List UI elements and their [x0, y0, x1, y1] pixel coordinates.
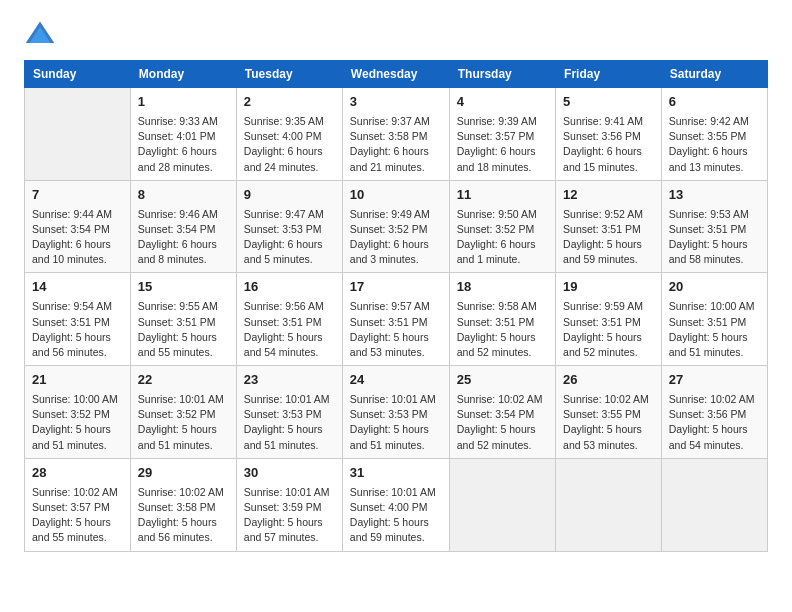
calendar-cell: 14Sunrise: 9:54 AM Sunset: 3:51 PM Dayli… [25, 273, 131, 366]
calendar-header-row: SundayMondayTuesdayWednesdayThursdayFrid… [25, 61, 768, 88]
day-number: 13 [669, 186, 760, 205]
calendar-cell: 13Sunrise: 9:53 AM Sunset: 3:51 PM Dayli… [661, 180, 767, 273]
day-info: Sunrise: 10:02 AM Sunset: 3:55 PM Daylig… [563, 392, 654, 453]
calendar-cell: 26Sunrise: 10:02 AM Sunset: 3:55 PM Dayl… [556, 366, 662, 459]
day-number: 3 [350, 93, 442, 112]
calendar-cell: 20Sunrise: 10:00 AM Sunset: 3:51 PM Dayl… [661, 273, 767, 366]
day-number: 1 [138, 93, 229, 112]
calendar-cell: 9Sunrise: 9:47 AM Sunset: 3:53 PM Daylig… [236, 180, 342, 273]
day-info: Sunrise: 9:58 AM Sunset: 3:51 PM Dayligh… [457, 299, 548, 360]
calendar-cell [556, 458, 662, 551]
day-number: 26 [563, 371, 654, 390]
day-number: 17 [350, 278, 442, 297]
calendar-week-row: 28Sunrise: 10:02 AM Sunset: 3:57 PM Dayl… [25, 458, 768, 551]
day-number: 4 [457, 93, 548, 112]
day-number: 5 [563, 93, 654, 112]
calendar-cell: 18Sunrise: 9:58 AM Sunset: 3:51 PM Dayli… [449, 273, 555, 366]
day-info: Sunrise: 9:50 AM Sunset: 3:52 PM Dayligh… [457, 207, 548, 268]
day-number: 30 [244, 464, 335, 483]
day-info: Sunrise: 10:01 AM Sunset: 3:53 PM Daylig… [244, 392, 335, 453]
day-number: 24 [350, 371, 442, 390]
col-header-wednesday: Wednesday [342, 61, 449, 88]
calendar-cell [25, 88, 131, 181]
day-info: Sunrise: 10:02 AM Sunset: 3:56 PM Daylig… [669, 392, 760, 453]
calendar-cell: 24Sunrise: 10:01 AM Sunset: 3:53 PM Dayl… [342, 366, 449, 459]
calendar-cell: 28Sunrise: 10:02 AM Sunset: 3:57 PM Dayl… [25, 458, 131, 551]
page: SundayMondayTuesdayWednesdayThursdayFrid… [0, 0, 792, 570]
day-number: 23 [244, 371, 335, 390]
calendar-cell: 7Sunrise: 9:44 AM Sunset: 3:54 PM Daylig… [25, 180, 131, 273]
day-info: Sunrise: 10:02 AM Sunset: 3:54 PM Daylig… [457, 392, 548, 453]
day-number: 18 [457, 278, 548, 297]
calendar-cell: 25Sunrise: 10:02 AM Sunset: 3:54 PM Dayl… [449, 366, 555, 459]
day-number: 15 [138, 278, 229, 297]
day-info: Sunrise: 9:37 AM Sunset: 3:58 PM Dayligh… [350, 114, 442, 175]
day-info: Sunrise: 10:01 AM Sunset: 4:00 PM Daylig… [350, 485, 442, 546]
day-number: 20 [669, 278, 760, 297]
calendar-week-row: 7Sunrise: 9:44 AM Sunset: 3:54 PM Daylig… [25, 180, 768, 273]
logo-icon [24, 18, 56, 50]
day-number: 8 [138, 186, 229, 205]
day-info: Sunrise: 9:55 AM Sunset: 3:51 PM Dayligh… [138, 299, 229, 360]
day-info: Sunrise: 9:44 AM Sunset: 3:54 PM Dayligh… [32, 207, 123, 268]
calendar-cell: 4Sunrise: 9:39 AM Sunset: 3:57 PM Daylig… [449, 88, 555, 181]
day-number: 14 [32, 278, 123, 297]
calendar-cell: 30Sunrise: 10:01 AM Sunset: 3:59 PM Dayl… [236, 458, 342, 551]
day-number: 7 [32, 186, 123, 205]
col-header-thursday: Thursday [449, 61, 555, 88]
day-info: Sunrise: 9:52 AM Sunset: 3:51 PM Dayligh… [563, 207, 654, 268]
day-number: 31 [350, 464, 442, 483]
calendar-cell: 12Sunrise: 9:52 AM Sunset: 3:51 PM Dayli… [556, 180, 662, 273]
calendar-cell: 10Sunrise: 9:49 AM Sunset: 3:52 PM Dayli… [342, 180, 449, 273]
day-number: 28 [32, 464, 123, 483]
day-info: Sunrise: 9:35 AM Sunset: 4:00 PM Dayligh… [244, 114, 335, 175]
day-number: 21 [32, 371, 123, 390]
day-info: Sunrise: 9:57 AM Sunset: 3:51 PM Dayligh… [350, 299, 442, 360]
logo [24, 18, 60, 50]
day-info: Sunrise: 10:00 AM Sunset: 3:51 PM Daylig… [669, 299, 760, 360]
calendar-cell: 19Sunrise: 9:59 AM Sunset: 3:51 PM Dayli… [556, 273, 662, 366]
day-info: Sunrise: 9:54 AM Sunset: 3:51 PM Dayligh… [32, 299, 123, 360]
day-number: 27 [669, 371, 760, 390]
calendar-week-row: 14Sunrise: 9:54 AM Sunset: 3:51 PM Dayli… [25, 273, 768, 366]
calendar-cell: 1Sunrise: 9:33 AM Sunset: 4:01 PM Daylig… [130, 88, 236, 181]
calendar-cell: 11Sunrise: 9:50 AM Sunset: 3:52 PM Dayli… [449, 180, 555, 273]
header [24, 18, 768, 50]
day-info: Sunrise: 10:01 AM Sunset: 3:59 PM Daylig… [244, 485, 335, 546]
calendar-cell: 2Sunrise: 9:35 AM Sunset: 4:00 PM Daylig… [236, 88, 342, 181]
day-info: Sunrise: 10:01 AM Sunset: 3:52 PM Daylig… [138, 392, 229, 453]
calendar-cell: 23Sunrise: 10:01 AM Sunset: 3:53 PM Dayl… [236, 366, 342, 459]
day-info: Sunrise: 9:46 AM Sunset: 3:54 PM Dayligh… [138, 207, 229, 268]
day-info: Sunrise: 9:39 AM Sunset: 3:57 PM Dayligh… [457, 114, 548, 175]
calendar-cell: 6Sunrise: 9:42 AM Sunset: 3:55 PM Daylig… [661, 88, 767, 181]
day-number: 12 [563, 186, 654, 205]
calendar-cell: 17Sunrise: 9:57 AM Sunset: 3:51 PM Dayli… [342, 273, 449, 366]
day-info: Sunrise: 9:47 AM Sunset: 3:53 PM Dayligh… [244, 207, 335, 268]
calendar-table: SundayMondayTuesdayWednesdayThursdayFrid… [24, 60, 768, 552]
calendar-week-row: 21Sunrise: 10:00 AM Sunset: 3:52 PM Dayl… [25, 366, 768, 459]
calendar-cell: 29Sunrise: 10:02 AM Sunset: 3:58 PM Dayl… [130, 458, 236, 551]
calendar-cell: 8Sunrise: 9:46 AM Sunset: 3:54 PM Daylig… [130, 180, 236, 273]
col-header-tuesday: Tuesday [236, 61, 342, 88]
day-info: Sunrise: 9:56 AM Sunset: 3:51 PM Dayligh… [244, 299, 335, 360]
day-number: 11 [457, 186, 548, 205]
day-number: 25 [457, 371, 548, 390]
col-header-sunday: Sunday [25, 61, 131, 88]
day-info: Sunrise: 10:02 AM Sunset: 3:57 PM Daylig… [32, 485, 123, 546]
calendar-cell: 31Sunrise: 10:01 AM Sunset: 4:00 PM Dayl… [342, 458, 449, 551]
day-number: 16 [244, 278, 335, 297]
day-info: Sunrise: 9:53 AM Sunset: 3:51 PM Dayligh… [669, 207, 760, 268]
day-number: 9 [244, 186, 335, 205]
day-number: 29 [138, 464, 229, 483]
calendar-cell: 22Sunrise: 10:01 AM Sunset: 3:52 PM Dayl… [130, 366, 236, 459]
calendar-cell: 15Sunrise: 9:55 AM Sunset: 3:51 PM Dayli… [130, 273, 236, 366]
day-info: Sunrise: 10:01 AM Sunset: 3:53 PM Daylig… [350, 392, 442, 453]
col-header-monday: Monday [130, 61, 236, 88]
calendar-cell: 3Sunrise: 9:37 AM Sunset: 3:58 PM Daylig… [342, 88, 449, 181]
day-info: Sunrise: 10:02 AM Sunset: 3:58 PM Daylig… [138, 485, 229, 546]
calendar-cell [449, 458, 555, 551]
calendar-cell: 21Sunrise: 10:00 AM Sunset: 3:52 PM Dayl… [25, 366, 131, 459]
day-number: 10 [350, 186, 442, 205]
calendar-cell: 27Sunrise: 10:02 AM Sunset: 3:56 PM Dayl… [661, 366, 767, 459]
day-info: Sunrise: 9:41 AM Sunset: 3:56 PM Dayligh… [563, 114, 654, 175]
